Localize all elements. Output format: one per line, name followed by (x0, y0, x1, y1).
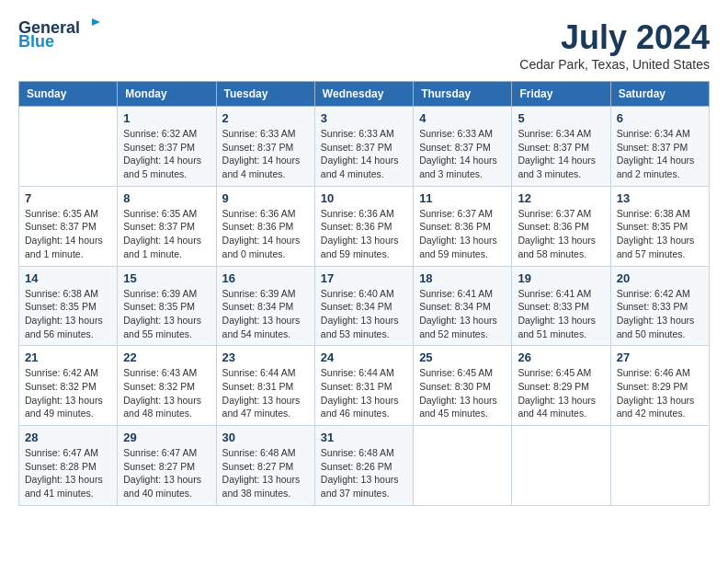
day-info: Sunrise: 6:41 AM Sunset: 8:34 PM Dayligh… (419, 287, 506, 341)
calendar-cell: 11Sunrise: 6:37 AM Sunset: 8:36 PM Dayli… (414, 186, 512, 266)
day-info: Sunrise: 6:48 AM Sunset: 8:27 PM Dayligh… (222, 446, 309, 500)
calendar-cell: 29Sunrise: 6:47 AM Sunset: 8:27 PM Dayli… (118, 426, 216, 506)
day-number: 8 (123, 191, 210, 205)
calendar-table: SundayMondayTuesdayWednesdayThursdayFrid… (18, 81, 710, 506)
calendar-cell: 22Sunrise: 6:43 AM Sunset: 8:32 PM Dayli… (118, 346, 216, 426)
day-info: Sunrise: 6:36 AM Sunset: 8:36 PM Dayligh… (222, 207, 309, 261)
svg-marker-0 (92, 18, 100, 26)
calendar-cell: 12Sunrise: 6:37 AM Sunset: 8:36 PM Dayli… (512, 186, 610, 266)
calendar-header-monday: Monday (118, 82, 216, 107)
calendar-cell: 15Sunrise: 6:39 AM Sunset: 8:35 PM Dayli… (118, 266, 216, 346)
calendar-cell: 14Sunrise: 6:38 AM Sunset: 8:35 PM Dayli… (19, 266, 118, 346)
calendar-cell: 30Sunrise: 6:48 AM Sunset: 8:27 PM Dayli… (216, 426, 314, 506)
calendar-week-row: 28Sunrise: 6:47 AM Sunset: 8:28 PM Dayli… (19, 426, 710, 506)
day-number: 19 (518, 271, 604, 285)
day-number: 20 (617, 271, 703, 285)
calendar-cell: 2Sunrise: 6:33 AM Sunset: 8:37 PM Daylig… (216, 107, 314, 187)
logo-flag-icon (84, 17, 100, 33)
day-info: Sunrise: 6:36 AM Sunset: 8:36 PM Dayligh… (321, 207, 407, 261)
day-number: 21 (25, 350, 111, 364)
day-info: Sunrise: 6:39 AM Sunset: 8:35 PM Dayligh… (123, 287, 210, 341)
day-number: 27 (617, 350, 703, 364)
header: General Blue July 2024 Cedar Park, Texas… (18, 18, 710, 72)
calendar-cell: 26Sunrise: 6:45 AM Sunset: 8:29 PM Dayli… (512, 346, 610, 426)
calendar-cell (512, 426, 610, 506)
day-number: 25 (419, 350, 506, 364)
day-number: 5 (518, 111, 604, 125)
title-area: July 2024 Cedar Park, Texas, United Stat… (519, 18, 710, 72)
calendar-header-row: SundayMondayTuesdayWednesdayThursdayFrid… (19, 82, 710, 107)
day-info: Sunrise: 6:45 AM Sunset: 8:29 PM Dayligh… (518, 366, 604, 420)
day-info: Sunrise: 6:34 AM Sunset: 8:37 PM Dayligh… (617, 127, 703, 181)
day-number: 24 (321, 350, 407, 364)
calendar-cell: 18Sunrise: 6:41 AM Sunset: 8:34 PM Dayli… (414, 266, 512, 346)
calendar-cell: 8Sunrise: 6:35 AM Sunset: 8:37 PM Daylig… (118, 186, 216, 266)
day-number: 16 (222, 271, 309, 285)
calendar-cell: 25Sunrise: 6:45 AM Sunset: 8:30 PM Dayli… (414, 346, 512, 426)
calendar-cell: 21Sunrise: 6:42 AM Sunset: 8:32 PM Dayli… (19, 346, 118, 426)
day-number: 15 (123, 271, 210, 285)
day-number: 26 (518, 350, 604, 364)
day-info: Sunrise: 6:46 AM Sunset: 8:29 PM Dayligh… (617, 366, 703, 420)
calendar-header-wednesday: Wednesday (314, 82, 413, 107)
calendar-cell: 7Sunrise: 6:35 AM Sunset: 8:37 PM Daylig… (19, 186, 118, 266)
day-info: Sunrise: 6:48 AM Sunset: 8:26 PM Dayligh… (321, 446, 407, 500)
calendar-header-sunday: Sunday (19, 82, 118, 107)
day-number: 29 (123, 431, 210, 444)
day-number: 22 (123, 350, 210, 364)
calendar-cell: 31Sunrise: 6:48 AM Sunset: 8:26 PM Dayli… (314, 426, 413, 506)
day-number: 11 (419, 191, 506, 205)
day-number: 13 (617, 191, 703, 205)
day-number: 23 (222, 350, 309, 364)
day-info: Sunrise: 6:33 AM Sunset: 8:37 PM Dayligh… (321, 127, 407, 181)
calendar-cell: 17Sunrise: 6:40 AM Sunset: 8:34 PM Dayli… (314, 266, 413, 346)
logo-blue-text: Blue (18, 32, 54, 52)
day-info: Sunrise: 6:33 AM Sunset: 8:37 PM Dayligh… (419, 127, 506, 181)
day-number: 9 (222, 191, 309, 205)
calendar-cell (610, 426, 709, 506)
day-number: 14 (25, 271, 111, 285)
calendar-cell: 6Sunrise: 6:34 AM Sunset: 8:37 PM Daylig… (610, 107, 709, 187)
day-number: 7 (25, 191, 111, 205)
day-info: Sunrise: 6:42 AM Sunset: 8:32 PM Dayligh… (25, 366, 111, 420)
day-info: Sunrise: 6:38 AM Sunset: 8:35 PM Dayligh… (617, 207, 703, 261)
day-info: Sunrise: 6:38 AM Sunset: 8:35 PM Dayligh… (25, 287, 111, 341)
day-info: Sunrise: 6:40 AM Sunset: 8:34 PM Dayligh… (321, 287, 407, 341)
day-info: Sunrise: 6:44 AM Sunset: 8:31 PM Dayligh… (222, 366, 309, 420)
day-info: Sunrise: 6:33 AM Sunset: 8:37 PM Dayligh… (222, 127, 309, 181)
day-info: Sunrise: 6:47 AM Sunset: 8:27 PM Dayligh… (123, 446, 210, 500)
calendar-header-thursday: Thursday (414, 82, 512, 107)
calendar-cell: 13Sunrise: 6:38 AM Sunset: 8:35 PM Dayli… (610, 186, 709, 266)
calendar-cell: 24Sunrise: 6:44 AM Sunset: 8:31 PM Dayli… (314, 346, 413, 426)
calendar-header-tuesday: Tuesday (216, 82, 314, 107)
day-number: 28 (25, 431, 111, 444)
logo: General Blue (18, 18, 100, 52)
day-info: Sunrise: 6:37 AM Sunset: 8:36 PM Dayligh… (518, 207, 604, 261)
day-number: 1 (123, 111, 210, 125)
calendar-week-row: 21Sunrise: 6:42 AM Sunset: 8:32 PM Dayli… (19, 346, 710, 426)
calendar-cell: 20Sunrise: 6:42 AM Sunset: 8:33 PM Dayli… (610, 266, 709, 346)
day-number: 12 (518, 191, 604, 205)
calendar-cell: 28Sunrise: 6:47 AM Sunset: 8:28 PM Dayli… (19, 426, 118, 506)
calendar-cell (19, 107, 118, 187)
calendar-cell: 9Sunrise: 6:36 AM Sunset: 8:36 PM Daylig… (216, 186, 314, 266)
calendar-cell: 4Sunrise: 6:33 AM Sunset: 8:37 PM Daylig… (414, 107, 512, 187)
calendar-cell: 3Sunrise: 6:33 AM Sunset: 8:37 PM Daylig… (314, 107, 413, 187)
calendar-header-friday: Friday (512, 82, 610, 107)
day-number: 30 (222, 431, 309, 444)
day-info: Sunrise: 6:47 AM Sunset: 8:28 PM Dayligh… (25, 446, 111, 500)
day-info: Sunrise: 6:44 AM Sunset: 8:31 PM Dayligh… (321, 366, 407, 420)
calendar-cell: 23Sunrise: 6:44 AM Sunset: 8:31 PM Dayli… (216, 346, 314, 426)
calendar-cell: 27Sunrise: 6:46 AM Sunset: 8:29 PM Dayli… (610, 346, 709, 426)
day-info: Sunrise: 6:42 AM Sunset: 8:33 PM Dayligh… (617, 287, 703, 341)
calendar-cell: 16Sunrise: 6:39 AM Sunset: 8:34 PM Dayli… (216, 266, 314, 346)
month-year-title: July 2024 (519, 18, 710, 57)
day-info: Sunrise: 6:35 AM Sunset: 8:37 PM Dayligh… (123, 207, 210, 261)
day-info: Sunrise: 6:32 AM Sunset: 8:37 PM Dayligh… (123, 127, 210, 181)
day-info: Sunrise: 6:41 AM Sunset: 8:33 PM Dayligh… (518, 287, 604, 341)
calendar-cell: 1Sunrise: 6:32 AM Sunset: 8:37 PM Daylig… (118, 107, 216, 187)
day-number: 4 (419, 111, 506, 125)
calendar-cell: 10Sunrise: 6:36 AM Sunset: 8:36 PM Dayli… (314, 186, 413, 266)
calendar-cell (414, 426, 512, 506)
calendar-week-row: 14Sunrise: 6:38 AM Sunset: 8:35 PM Dayli… (19, 266, 710, 346)
